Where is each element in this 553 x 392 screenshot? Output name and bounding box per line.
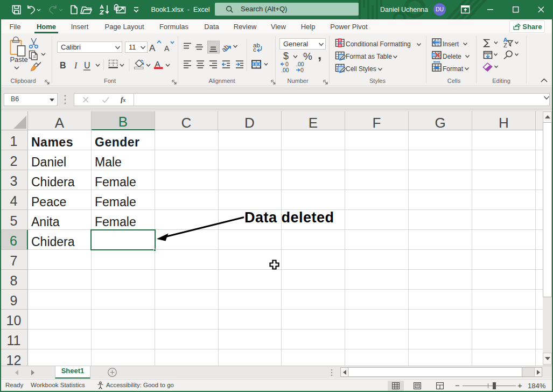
svg-text:A: A (149, 43, 156, 53)
svg-text:.00: .00 (281, 67, 289, 73)
svg-text:I: I (74, 61, 78, 70)
svg-text:A: A (155, 59, 160, 68)
svg-text:$: $ (283, 51, 289, 61)
svg-text:Z: Z (503, 42, 507, 48)
svg-text:0: 0 (300, 67, 304, 73)
svg-text:c: c (253, 46, 256, 53)
svg-text:U: U (84, 61, 90, 70)
svg-text:A: A (164, 44, 170, 53)
svg-text:%: % (303, 51, 312, 62)
svg-text:B: B (60, 61, 66, 70)
